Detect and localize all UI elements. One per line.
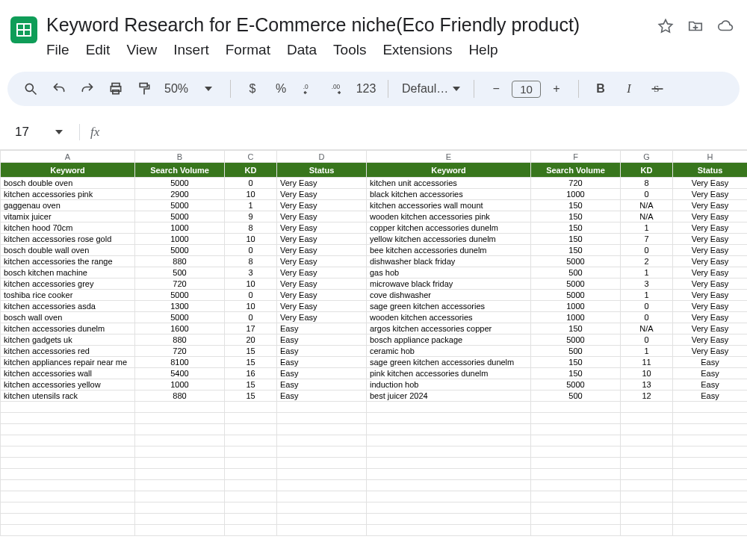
cell[interactable]: 0 — [621, 189, 673, 200]
cell[interactable]: argos kitchen accessories copper — [367, 323, 531, 335]
cell[interactable]: microwave black friday — [367, 279, 531, 290]
column-header[interactable]: B — [135, 151, 225, 163]
cell[interactable] — [1, 447, 135, 458]
cell[interactable] — [673, 491, 748, 503]
cell[interactable]: Very Easy — [277, 256, 367, 267]
move-folder-icon[interactable] — [687, 18, 704, 34]
cell[interactable]: Very Easy — [277, 234, 367, 245]
menu-insert[interactable]: Insert — [173, 42, 209, 58]
cell[interactable]: 880 — [135, 335, 225, 346]
cell[interactable] — [135, 435, 225, 447]
cell[interactable]: 1 — [621, 346, 673, 357]
cell[interactable] — [225, 503, 277, 514]
cell[interactable] — [277, 402, 367, 413]
cell[interactable] — [1, 458, 135, 469]
cell[interactable]: N/A — [621, 211, 673, 223]
cell[interactable] — [673, 514, 748, 525]
cell[interactable] — [531, 402, 621, 413]
cell[interactable]: 20 — [225, 335, 277, 346]
cell[interactable] — [225, 514, 277, 525]
menu-help[interactable]: Help — [468, 42, 498, 58]
cell[interactable]: 0 — [225, 312, 277, 323]
cell[interactable]: Very Easy — [673, 323, 748, 335]
bold-button[interactable]: B — [588, 76, 613, 102]
cell[interactable] — [673, 413, 748, 424]
increase-decimal-icon[interactable]: .00 — [325, 76, 350, 102]
cell[interactable] — [673, 469, 748, 480]
cell[interactable]: kitchen utensils rack — [1, 391, 135, 402]
cell[interactable] — [225, 525, 277, 536]
cloud-saved-icon[interactable] — [717, 18, 734, 34]
menu-format[interactable]: Format — [226, 42, 270, 58]
cell[interactable]: 150 — [531, 211, 621, 223]
strikethrough-button[interactable]: S — [645, 76, 670, 102]
cell[interactable] — [277, 503, 367, 514]
menu-view[interactable]: View — [126, 42, 157, 58]
cell[interactable]: 1300 — [135, 301, 225, 312]
cell[interactable] — [531, 514, 621, 525]
cell[interactable]: Very Easy — [277, 189, 367, 200]
cell[interactable]: Easy — [277, 379, 367, 391]
data-header-cell[interactable]: KD — [621, 163, 673, 178]
cell[interactable]: Very Easy — [277, 178, 367, 189]
cell[interactable]: sage green kitchen accessories — [367, 301, 531, 312]
cell[interactable] — [531, 491, 621, 503]
cell[interactable]: kitchen accessories red — [1, 346, 135, 357]
cell[interactable]: Very Easy — [277, 312, 367, 323]
cell[interactable]: 15 — [225, 357, 277, 368]
cell[interactable] — [277, 458, 367, 469]
cell[interactable] — [1, 402, 135, 413]
cell[interactable] — [673, 447, 748, 458]
cell[interactable]: Very Easy — [673, 234, 748, 245]
cell[interactable]: 1000 — [135, 379, 225, 391]
cell[interactable]: kitchen accessories dunelm — [1, 323, 135, 335]
cell[interactable]: 9 — [225, 211, 277, 223]
menu-tools[interactable]: Tools — [333, 42, 366, 58]
cell[interactable]: 150 — [531, 223, 621, 234]
column-header[interactable]: G — [621, 151, 673, 163]
cell[interactable] — [531, 525, 621, 536]
cell[interactable]: sage green kitchen accessories dunelm — [367, 357, 531, 368]
data-header-cell[interactable]: Status — [277, 163, 367, 178]
cell[interactable]: 1 — [621, 267, 673, 279]
cell[interactable] — [621, 514, 673, 525]
cell[interactable]: wooden kitchen accessories pink — [367, 211, 531, 223]
cell[interactable]: 720 — [135, 279, 225, 290]
column-header[interactable]: C — [225, 151, 277, 163]
cell[interactable]: 150 — [531, 357, 621, 368]
undo-icon[interactable] — [46, 76, 72, 102]
cell[interactable]: 1000 — [531, 301, 621, 312]
cell[interactable]: 15 — [225, 391, 277, 402]
cell[interactable]: Very Easy — [277, 267, 367, 279]
cell[interactable] — [367, 435, 531, 447]
cell[interactable] — [367, 424, 531, 435]
cell[interactable]: kitchen accessories grey — [1, 279, 135, 290]
cell[interactable]: ceramic hob — [367, 346, 531, 357]
data-header-cell[interactable]: Search Volume — [135, 163, 225, 178]
cell[interactable]: 500 — [531, 346, 621, 357]
cell[interactable]: vitamix juicer — [1, 211, 135, 223]
star-icon[interactable] — [657, 18, 674, 34]
cell[interactable]: Very Easy — [673, 279, 748, 290]
cell[interactable]: copper kitchen accessories dunelm — [367, 223, 531, 234]
cell[interactable]: 720 — [531, 178, 621, 189]
cell[interactable] — [225, 402, 277, 413]
cell[interactable]: Very Easy — [673, 178, 748, 189]
cell[interactable] — [1, 525, 135, 536]
data-header-cell[interactable]: KD — [225, 163, 277, 178]
cell[interactable] — [1, 514, 135, 525]
cell[interactable]: Very Easy — [673, 301, 748, 312]
cell[interactable] — [135, 491, 225, 503]
cell[interactable]: Easy — [673, 379, 748, 391]
cell[interactable] — [621, 402, 673, 413]
cell[interactable] — [277, 413, 367, 424]
cell[interactable]: 1600 — [135, 323, 225, 335]
cell[interactable]: Easy — [277, 368, 367, 379]
cell[interactable]: Easy — [673, 391, 748, 402]
cell[interactable]: kitchen hood 70cm — [1, 223, 135, 234]
sheet-table[interactable]: ABCDEFGHKeywordSearch VolumeKDStatusKeyw… — [0, 150, 747, 536]
cell[interactable] — [621, 458, 673, 469]
cell[interactable]: 1 — [621, 223, 673, 234]
cell[interactable]: Very Easy — [277, 245, 367, 256]
cell[interactable]: 5000 — [135, 312, 225, 323]
